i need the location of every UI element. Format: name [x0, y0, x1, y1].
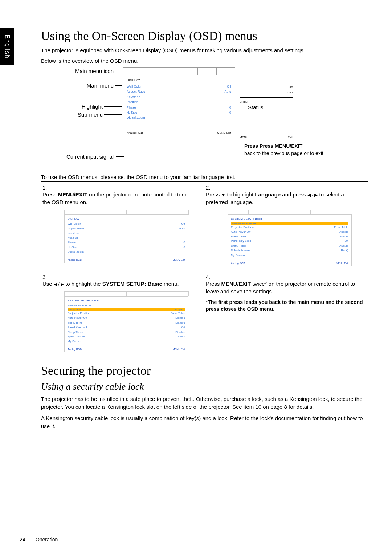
label-sub-menu: Sub-menu [41, 111, 103, 118]
language-tab: English [0, 28, 14, 65]
page-footer: 24 Operation [20, 537, 372, 542]
osd-row-v: Auto [224, 89, 231, 94]
osd-row-k: Phase [127, 105, 136, 110]
mini-title: SYSTEM SETUP: Basic [231, 217, 348, 220]
label-highlight: Highlight [41, 103, 103, 110]
osd-tab [160, 68, 179, 75]
step-3: 3. Use ◀ / ▶ to highlight the SYSTEM SET… [41, 271, 204, 357]
osd-tab-bar [123, 67, 235, 75]
osd-tab [142, 68, 161, 75]
label-main-menu: Main menu [41, 82, 114, 89]
osd-row-k: H. Size [127, 110, 137, 115]
step-4: 4. Press MENU/EXIT twice* on the project… [204, 271, 368, 357]
kw-system-setup: SYSTEM SETUP: Basic [102, 281, 162, 287]
press-menu-note: Press Press MENU/EXIT back to the previo… [244, 143, 325, 157]
instruction-text: To use the OSD menus, please set the OSD… [41, 174, 368, 180]
left-right-arrow-icon: ◀ / ▶ [307, 192, 318, 198]
osd-row-k: Aspect Ratio [127, 89, 145, 94]
label-current-input: Current input signal [41, 154, 114, 160]
osd-footer-right: MENU Exit [217, 131, 231, 134]
step-2: 2. Press ▼ to highlight Language and pre… [204, 182, 368, 271]
secure-p2: A Kensington security cable lock is usua… [41, 414, 368, 431]
osd-panel-main: DISPLAY Wall ColorOff Aspect RatioAuto K… [123, 67, 235, 137]
page-number: 24 [20, 537, 34, 542]
mini-osd-display: DISPLAY Wall ColorOff Aspect RatioAuto K… [64, 210, 188, 263]
osd-tab [217, 68, 235, 75]
kw-menu-exit: MENU/EXIT [221, 281, 251, 287]
osd-row-v: Off [227, 84, 231, 89]
kw-menu-exit: MENU/EXIT [58, 191, 88, 198]
osd-tab [198, 68, 217, 75]
steps-table: 1. Press MENU/EXIT on the projector or r… [41, 181, 368, 357]
osd-row-k: Digital Zoom [127, 115, 145, 120]
intro-2: Below is the overview of the OSD menu. [41, 57, 368, 65]
mini-title: SYSTEM SETUP: Basic [68, 299, 185, 302]
kw-language: Language [255, 191, 281, 198]
side-footer-l: MENU [240, 134, 248, 140]
mini-osd-sys2: SYSTEM SETUP: Basic Presentation Timer L… [64, 291, 188, 352]
step-num: 4. [206, 274, 215, 280]
label-main-icon: Main menu icon [41, 68, 114, 74]
press-back-text: back to the previous page or to exit. [244, 150, 325, 156]
label-status: Status [248, 104, 264, 110]
step-1: 1. Press MENU/EXIT on the projector or r… [41, 182, 204, 271]
osd-tab [123, 68, 142, 75]
osd-row-k: Wall Color [127, 84, 142, 89]
side-footer-r: Exit [288, 134, 293, 140]
osd-footer-left: Analog RGB [127, 131, 143, 134]
heading-osd: Using the On-Screen Display (OSD) menus [41, 29, 368, 43]
subheading-lock: Using a security cable lock [41, 381, 368, 392]
press-menu-kw: Press MENU/EXIT [260, 143, 302, 149]
language-tab-text: English [3, 34, 11, 58]
osd-overview-diagram: Main menu icon Main menu Highlight Sub-m… [41, 67, 368, 172]
mini-osd-sys1: SYSTEM SETUP: Basic Presentation Timer P… [228, 210, 352, 266]
osd-row-k: Keystone [127, 94, 140, 99]
osd-row-v: 0 [229, 105, 231, 110]
highlight-row: Presentation Timer [231, 222, 348, 225]
side-v: Auto [287, 90, 293, 95]
osd-body: DISPLAY Wall ColorOff Aspect RatioAuto K… [123, 75, 235, 137]
osd-row-k: Position [127, 99, 138, 105]
osd-side-panel: Off Auto ENTER MENU Exit [237, 82, 295, 142]
step-4-note: *The first press leads you back to the m… [206, 299, 366, 313]
secure-p1: The projector has to be installed in a s… [41, 395, 368, 411]
down-arrow-icon: ▼ [221, 192, 226, 198]
osd-tab [179, 68, 198, 75]
side-v: Off [289, 84, 293, 90]
step-num: 1. [42, 184, 52, 191]
intro-1: The projector is equipped with On-Screen… [41, 46, 368, 55]
highlight-row: LanguageEnglish [68, 308, 185, 311]
heading-securing: Securing the projector [41, 364, 368, 378]
mini-title: DISPLAY [68, 217, 185, 220]
left-right-arrow-icon: ◀ / ▶ [54, 282, 64, 287]
step-num: 2. [206, 184, 215, 191]
footer-section: Operation [36, 537, 58, 542]
osd-panel-title: DISPLAY [127, 78, 231, 82]
step-num: 3. [42, 274, 52, 280]
osd-row-v: 0 [229, 110, 231, 115]
page-content: Using the On-Screen Display (OSD) menus … [41, 29, 368, 434]
